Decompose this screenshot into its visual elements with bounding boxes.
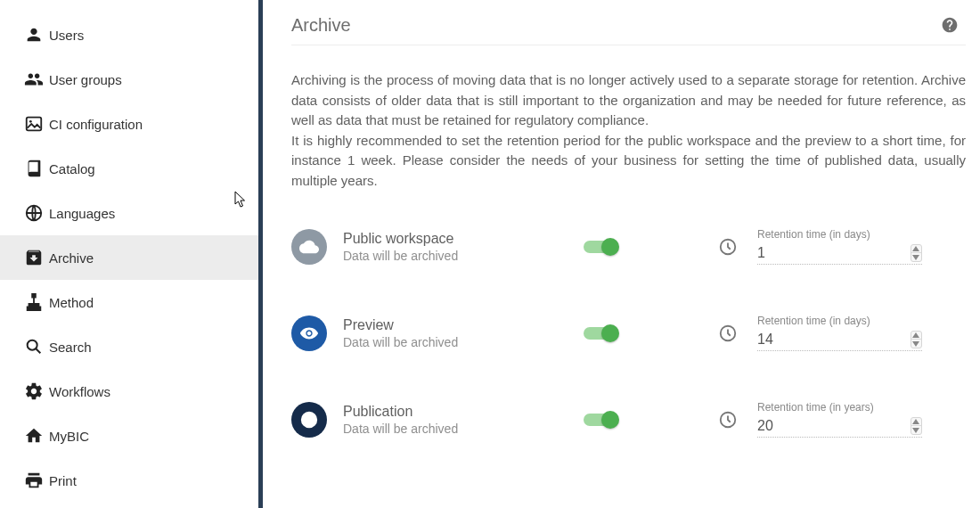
retention-label: Retention time (in days) (757, 228, 922, 241)
spinner-down-icon[interactable] (911, 426, 921, 434)
print-icon (18, 471, 49, 490)
svg-point-3 (27, 340, 37, 350)
row-subtitle: Data will be archived (343, 335, 566, 349)
gear-icon (18, 381, 49, 401)
clock-icon (718, 324, 738, 343)
number-spinner[interactable] (911, 244, 922, 262)
public-icon (291, 402, 327, 438)
sidebar-item-mybic[interactable]: MyBIC (0, 414, 258, 458)
archive-row-preview: Preview Data will be archived Retention … (291, 315, 966, 351)
archive-row-publication: Publication Data will be archived Retent… (291, 401, 966, 438)
archive-toggle-public-workspace[interactable] (584, 241, 616, 253)
image-icon (18, 114, 49, 134)
spinner-up-icon[interactable] (911, 245, 921, 253)
row-title: Preview (343, 317, 566, 333)
sidebar-item-label: Print (49, 473, 77, 488)
archive-icon (18, 248, 49, 267)
cloud-icon (291, 229, 327, 265)
retention-input-preview[interactable] (757, 332, 911, 348)
spinner-down-icon[interactable] (911, 253, 921, 261)
spinner-up-icon[interactable] (911, 332, 921, 340)
person-icon (18, 25, 49, 45)
clock-icon (718, 237, 738, 257)
sidebar-item-user-groups[interactable]: User groups (0, 57, 258, 102)
book-icon (18, 159, 49, 178)
retention-label: Retention time (in days) (757, 315, 922, 327)
row-subtitle: Data will be archived (343, 249, 566, 263)
number-spinner[interactable] (911, 417, 922, 435)
eye-icon (291, 315, 327, 351)
sidebar-item-label: Archive (49, 250, 94, 266)
intro-p1: Archiving is the process of moving data … (291, 70, 966, 131)
sidebar-item-label: Method (49, 295, 94, 310)
spinner-down-icon[interactable] (911, 340, 921, 348)
svg-point-1 (29, 120, 31, 123)
search-icon (18, 337, 49, 356)
archive-row-public-workspace: Public workspace Data will be archived R… (291, 228, 966, 265)
sidebar-item-label: Users (49, 28, 84, 43)
sidebar-item-print[interactable]: Print (0, 458, 258, 503)
number-spinner[interactable] (911, 331, 922, 348)
sidebar-item-label: Catalog (49, 161, 95, 176)
globe-icon (18, 203, 49, 223)
intro-p2: It is highly recommended to set the rete… (291, 131, 966, 192)
sidebar-item-catalog[interactable]: Catalog (0, 146, 258, 191)
sidebar-item-search[interactable]: Search (0, 324, 258, 369)
sitemap-icon (18, 292, 49, 312)
sidebar-item-label: User groups (49, 72, 122, 87)
sidebar-item-label: Search (49, 340, 92, 355)
people-icon (18, 70, 49, 89)
sidebar-item-ci-configuration[interactable]: CI configuration (0, 102, 258, 146)
row-subtitle: Data will be archived (343, 422, 566, 436)
help-icon[interactable] (941, 16, 959, 34)
svg-rect-0 (26, 118, 41, 131)
sidebar-item-users[interactable]: Users (0, 12, 258, 57)
sidebar-item-archive[interactable]: Archive (0, 235, 258, 280)
clock-icon (718, 410, 738, 430)
header-divider (291, 45, 966, 45)
sidebar-item-workflows[interactable]: Workflows (0, 369, 258, 414)
sidebar-item-method[interactable]: Method (0, 280, 258, 324)
archive-toggle-preview[interactable] (584, 327, 616, 340)
sidebar: Users User groups CI configuration Catal… (0, 0, 263, 508)
row-title: Public workspace (343, 231, 566, 247)
sidebar-item-label: CI configuration (49, 117, 143, 132)
sidebar-item-label: Languages (49, 206, 115, 221)
row-title: Publication (343, 404, 566, 420)
sidebar-item-languages[interactable]: Languages (0, 191, 258, 235)
archive-toggle-publication[interactable] (584, 414, 616, 426)
retention-label: Retention time (in years) (757, 401, 922, 414)
home-icon (18, 426, 49, 446)
sidebar-item-label: MyBIC (49, 429, 89, 444)
retention-input-public-workspace[interactable] (757, 245, 911, 261)
retention-input-publication[interactable] (757, 418, 911, 434)
page-title: Archive (291, 15, 351, 36)
main-panel: Archive Archiving is the process of movi… (263, 0, 980, 508)
sidebar-item-label: Workflows (49, 384, 110, 399)
spinner-up-icon[interactable] (911, 418, 921, 426)
intro-text: Archiving is the process of moving data … (291, 70, 966, 191)
